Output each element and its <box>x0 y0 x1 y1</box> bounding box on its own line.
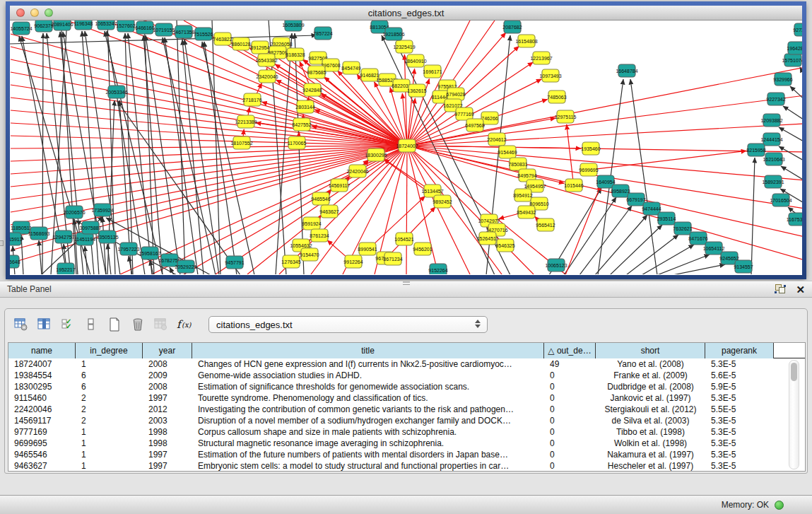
table-scrollbar-thumb[interactable] <box>791 363 797 381</box>
network-node[interactable]: 17016504 <box>770 194 792 206</box>
network-node[interactable]: 17957223 <box>117 243 139 255</box>
network-node[interactable]: 18724007 <box>396 139 418 152</box>
checklist-button[interactable]: ✓✓ <box>59 315 77 334</box>
table-row[interactable]: 1872400712008Changes of HCN gene express… <box>8 358 805 370</box>
network-node[interactable]: 16543382 <box>255 54 277 66</box>
panel-resize-grip[interactable] <box>403 281 410 285</box>
network-node[interactable]: 8471676 <box>688 232 707 245</box>
network-node[interactable]: 15958167 <box>139 247 160 259</box>
import-table-button[interactable] <box>152 315 170 334</box>
column-header-in_degree[interactable]: in_degree <box>76 343 143 358</box>
network-node[interactable]: 22420046 <box>346 165 368 177</box>
network-node[interactable]: 9465546 <box>311 192 330 205</box>
network-node[interactable]: 9457791 <box>225 256 244 269</box>
close-panel-icon[interactable]: ✕ <box>796 284 805 295</box>
table-row[interactable]: 946554611997Estimation of the future num… <box>8 449 805 460</box>
network-node[interactable]: 10719155 <box>153 23 175 36</box>
network-node[interactable]: 9912264 <box>343 255 363 268</box>
network-node[interactable]: 18640910 <box>404 54 426 67</box>
network-node[interactable]: 9154469 <box>498 146 517 158</box>
table-row[interactable]: 1456911722003Disruption of a novel membe… <box>8 415 805 426</box>
table-row[interactable]: 911546021997Tourette syndrome. Phenomeno… <box>8 392 805 404</box>
network-node[interactable]: 9565412 <box>536 218 555 231</box>
network-node[interactable]: 16154808 <box>515 35 537 47</box>
column-header-pagerank[interactable]: pagerank <box>705 343 774 358</box>
network-node[interactable]: 1362615 <box>407 84 426 97</box>
new-table-button[interactable] <box>105 315 124 334</box>
network-node[interactable]: 6794028 <box>446 88 465 100</box>
network-node[interactable]: 11675333 <box>787 213 802 226</box>
column-header-short[interactable]: short <box>596 343 705 358</box>
network-node[interactable]: 8549432 <box>517 206 536 218</box>
network-node[interactable]: 1325648 <box>10 255 20 268</box>
network-node[interactable]: 1696171 <box>423 65 442 78</box>
network-node[interactable]: 2204612 <box>487 133 506 146</box>
network-node[interactable]: 7463822 <box>213 33 232 45</box>
network-node[interactable]: 3915913 <box>10 233 23 245</box>
network-node[interactable]: 20891406 <box>51 21 73 30</box>
table-row[interactable]: 969969511998Structural magnetic resonanc… <box>8 438 805 449</box>
network-node[interactable]: 1935460 <box>581 142 600 155</box>
network-node[interactable]: 9273450 <box>793 23 802 36</box>
network-node[interactable]: 2803144 <box>295 100 314 113</box>
network-node[interactable]: 6497568 <box>465 119 484 132</box>
network-node[interactable]: 10973493 <box>539 69 561 82</box>
network-node[interactable]: 9463627 <box>319 205 339 218</box>
network-node[interactable]: 14055724 <box>10 22 32 35</box>
table-row[interactable]: 1830029562008Estimation of significance … <box>8 381 805 392</box>
network-node[interactable]: 11451194 <box>74 233 95 245</box>
network-table-select[interactable]: citations_edges.txt <box>208 316 488 333</box>
network-node[interactable]: 10065123 <box>545 259 567 271</box>
network-node[interactable]: 15751074 <box>782 54 802 66</box>
network-node[interactable]: 10653247 <box>95 21 117 30</box>
network-node[interactable]: 8186328 <box>286 48 305 61</box>
network-node[interactable]: 12093882 <box>760 114 782 127</box>
network-node[interactable]: 9591924 <box>302 217 321 230</box>
network-node[interactable]: 15892391 <box>762 175 784 188</box>
network-canvas[interactable]: 1872400774638228860128891295423226058982… <box>10 21 802 274</box>
network-node[interactable]: 17359924 <box>91 204 113 216</box>
table-scrollbar[interactable] <box>789 360 799 469</box>
network-node[interactable]: 20053346 <box>105 86 127 98</box>
network-node[interactable]: 2718176 <box>242 93 261 106</box>
column-header-year[interactable]: year <box>143 343 192 358</box>
network-node[interactable]: 12942757 <box>52 230 74 243</box>
network-node[interactable]: 9546325 <box>495 239 514 252</box>
network-node[interactable]: 8671234 <box>383 252 402 265</box>
network-node[interactable]: 1015446 <box>564 179 583 192</box>
network-node[interactable]: 6679197 <box>626 193 645 206</box>
network-node[interactable]: 9154470 <box>300 248 319 261</box>
network-node[interactable]: 9892452 <box>433 195 452 208</box>
table-row[interactable]: 977716911998Corpus callosum shape and si… <box>8 426 805 438</box>
network-node[interactable]: 7632621 <box>673 222 692 235</box>
network-node[interactable]: 9134557 <box>734 260 753 273</box>
network-node[interactable]: 8860128 <box>231 37 250 50</box>
network-node[interactable]: 8215958 <box>746 144 765 156</box>
network-node[interactable]: 7515526 <box>194 28 213 40</box>
table-row[interactable]: 2242004622012Investigating the contribut… <box>8 404 805 415</box>
network-node[interactable]: 1964287 <box>787 42 802 54</box>
network-node[interactable]: 12213967 <box>530 52 552 64</box>
column-header-out_de[interactable]: △ out_de… <box>544 343 596 358</box>
column-header-title[interactable]: title <box>192 343 544 358</box>
network-node[interactable]: 7485063 <box>547 90 566 103</box>
float-panel-icon[interactable] <box>775 284 787 295</box>
network-node[interactable]: 16210643 <box>763 153 784 165</box>
network-node[interactable]: 1054521 <box>394 233 413 245</box>
network-node[interactable]: 14569117 <box>329 179 351 192</box>
network-node[interactable]: 8427552 <box>292 118 311 131</box>
network-node[interactable]: 14671358 <box>172 25 194 38</box>
network-node[interactable]: 23420046 <box>256 70 278 83</box>
network-node[interactable]: 8990541 <box>358 243 377 255</box>
network-node[interactable]: 20206576 <box>63 206 85 218</box>
network-node[interactable]: 1170065 <box>288 136 307 149</box>
network-node[interactable]: 9456201 <box>413 243 432 255</box>
network-node[interactable]: 1196348 <box>74 21 93 30</box>
network-node[interactable]: 30975887 <box>79 221 101 234</box>
network-node[interactable]: 9329966 <box>773 73 792 86</box>
network-node[interactable]: 9242848 <box>302 83 322 96</box>
network-node[interactable]: 12975115 <box>555 110 577 123</box>
network-node[interactable]: 12444154 <box>760 133 782 146</box>
network-node[interactable]: 1952217 <box>56 263 75 274</box>
network-node[interactable]: 2935114 <box>657 212 676 225</box>
